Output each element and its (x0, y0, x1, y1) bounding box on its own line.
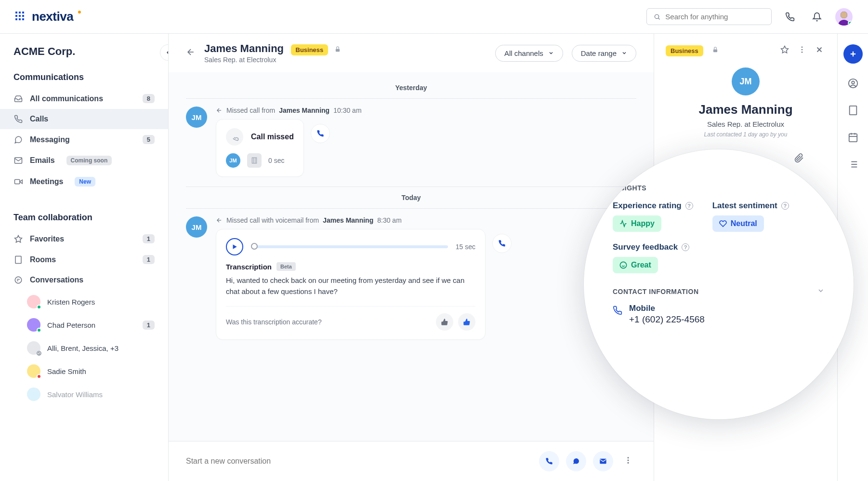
phone-icon (785, 12, 795, 22)
sidebar-item-conversations[interactable]: Conversations (0, 270, 168, 290)
rail-calendar-button[interactable] (848, 132, 858, 145)
sidebar-item-all-communications[interactable]: All communications 8 (0, 88, 168, 109)
bell-icon (812, 12, 822, 22)
voicemail-duration: 15 sec (456, 243, 475, 251)
beta-tag: Beta (276, 262, 296, 271)
composer-message-button[interactable] (566, 451, 586, 471)
transcription-text: Hi, wanted to check back on our meeting … (226, 275, 475, 297)
contact-name: James Manning (204, 42, 284, 55)
logo-text: nextiva (32, 9, 73, 24)
sidebar-item-label: Calls (30, 115, 48, 123)
help-icon[interactable]: ? (781, 202, 789, 210)
user-circle-icon (848, 78, 858, 89)
sidebar-item-rooms[interactable]: Rooms 1 (0, 249, 168, 270)
play-button[interactable] (226, 238, 243, 255)
conversation-row[interactable]: 5 Alli, Brent, Jessica, +3 (0, 336, 168, 360)
svg-rect-54 (849, 106, 856, 115)
event-time: 8:30 am (377, 216, 402, 224)
event-name: James Manning (323, 216, 373, 224)
search-input[interactable] (665, 13, 764, 21)
playback-thumb[interactable] (251, 243, 258, 250)
composer-more-button[interactable] (620, 456, 636, 467)
tab-attachments[interactable] (790, 149, 808, 169)
sidebar-item-calls[interactable]: Calls (0, 109, 168, 129)
conversation-row[interactable]: Chad Peterson 1 (0, 313, 168, 336)
close-icon (815, 45, 824, 54)
callback-button[interactable] (492, 234, 512, 253)
conversation-row[interactable]: Kristen Rogers (0, 290, 168, 313)
conversation-row[interactable]: Salvator Williams (0, 383, 168, 406)
inbox-icon (13, 94, 23, 103)
contact-meta: Last contacted 1 day ago by you (666, 131, 826, 138)
svg-point-38 (802, 46, 803, 48)
contact-avatar-large: JM (732, 67, 760, 95)
global-search[interactable] (646, 8, 772, 25)
sidebar-item-emails[interactable]: Emails Coming soon (0, 150, 168, 171)
phone-icon (316, 130, 324, 137)
rail-profile-button[interactable] (848, 78, 858, 91)
close-button[interactable] (813, 43, 826, 58)
more-button[interactable] (796, 43, 808, 58)
group-count-badge: 5 (37, 351, 41, 356)
apps-grid-icon[interactable] (15, 12, 24, 22)
search-icon (654, 13, 660, 21)
collapse-contact-button[interactable] (817, 287, 825, 296)
add-button[interactable] (843, 44, 863, 64)
composer-call-button[interactable] (539, 451, 559, 471)
thumbs-down-button[interactable] (436, 313, 453, 331)
svg-marker-31 (233, 244, 237, 249)
logo[interactable]: nextiva ● (32, 9, 80, 24)
section-team-title: Team collaboration (0, 207, 168, 228)
svg-rect-59 (849, 134, 857, 142)
presence-dot-icon (37, 305, 41, 309)
video-icon (13, 177, 23, 186)
rail-tasks-button[interactable] (848, 159, 858, 172)
back-button[interactable] (186, 47, 196, 59)
timeline-item: JM Missed call with voicemail from James… (186, 216, 636, 340)
svg-marker-16 (15, 235, 22, 242)
thumbs-up-button[interactable] (458, 313, 475, 331)
sidebar-item-meetings[interactable]: Meetings New (0, 171, 168, 192)
presence-dot-icon (848, 21, 853, 26)
svg-rect-25 (336, 49, 340, 52)
message-icon (572, 457, 580, 465)
event-prefix: Missed call from (226, 107, 275, 114)
avatar (27, 364, 40, 378)
star-button[interactable] (778, 43, 791, 58)
count-badge: 1 (143, 255, 155, 264)
call-duration: 0 sec (268, 157, 284, 164)
composer-input[interactable] (186, 457, 532, 466)
channel-filter[interactable]: All channels (495, 45, 563, 62)
composer-email-button[interactable] (593, 451, 613, 471)
count-badge: 1 (143, 234, 155, 243)
avatar (27, 295, 40, 308)
star-icon (780, 45, 789, 54)
contact-info-heading: CONTACT INFORMATION (613, 288, 699, 295)
svg-line-10 (658, 18, 660, 19)
callback-button[interactable] (311, 124, 330, 143)
help-icon[interactable]: ? (682, 243, 689, 251)
building-icon (13, 255, 23, 264)
insight-value: Neutral (731, 219, 757, 228)
sidebar-item-label: Meetings (30, 177, 63, 186)
plus-icon (849, 50, 857, 58)
avatar (27, 318, 40, 332)
sidebar-item-messaging[interactable]: Messaging 5 (0, 129, 168, 150)
sidebar-item-label: Emails (30, 156, 55, 165)
playback-progress[interactable] (251, 245, 448, 248)
conversation-row[interactable]: Sadie Smith (0, 360, 168, 383)
channel-filter-label: All channels (504, 49, 543, 57)
date-filter[interactable]: Date range (572, 45, 636, 62)
user-avatar[interactable] (835, 8, 853, 26)
notifications-button[interactable] (808, 8, 826, 26)
help-icon[interactable]: ? (685, 202, 693, 210)
rail-company-button[interactable] (848, 105, 858, 118)
dialer-button[interactable] (781, 8, 799, 26)
composer (169, 441, 654, 481)
svg-rect-27 (252, 158, 256, 163)
svg-rect-14 (15, 180, 20, 184)
sidebar-item-favorites[interactable]: Favorites 1 (0, 228, 168, 249)
call-title: Call missed (251, 133, 294, 141)
conversations-icon (13, 276, 23, 284)
insights-zoom-overlay: INSIGHTS Experience rating ? Happy Lates… (584, 149, 854, 419)
